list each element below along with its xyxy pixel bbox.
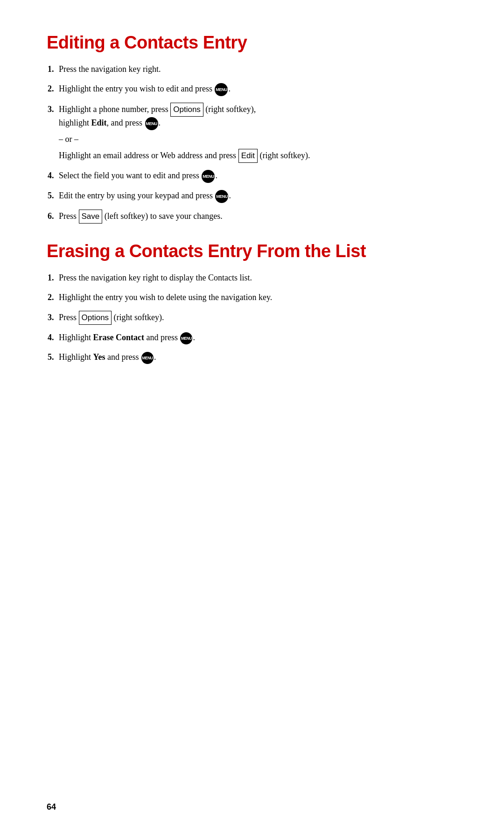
list-item: Highlight Yes and press MENUOK. xyxy=(56,351,457,364)
s2-step1-text: Press the navigation key right to displa… xyxy=(59,273,252,282)
section2-list: Press the navigation key right to displa… xyxy=(56,272,457,364)
step2-text-before: Highlight the entry you wish to edit and… xyxy=(59,84,212,93)
step5-text-before: Edit the entry by using your keypad and … xyxy=(59,191,213,200)
list-item: Press the navigation key right. xyxy=(56,63,457,76)
options-key-button: Options xyxy=(170,103,203,117)
step5-text-after: . xyxy=(229,191,231,200)
step3-bold-edit: Edit xyxy=(91,118,107,127)
list-item: Select the field you want to edit and pr… xyxy=(56,169,457,183)
s2-step4-bold: Erase Contact xyxy=(93,333,144,342)
section1-title: Editing a Contacts Entry xyxy=(47,33,457,53)
step3-line1-after: (right softkey), xyxy=(205,105,256,114)
step3-line1-before: Highlight a phone number, press xyxy=(59,105,168,114)
s2-step5-before: Highlight xyxy=(59,352,91,362)
list-item: Highlight the entry you wish to delete u… xyxy=(56,291,457,304)
list-item: Highlight the entry you wish to edit and… xyxy=(56,83,457,96)
step3-line3-after: (right softkey). xyxy=(259,151,310,160)
section2: Erasing a Contacts Entry From the List P… xyxy=(47,241,457,364)
list-item: Press Save (left softkey) to save your c… xyxy=(56,210,457,224)
s2-step3-after: (right softkey). xyxy=(114,313,164,322)
list-item: Highlight Erase Contact and press MENUOK… xyxy=(56,331,457,344)
s2-step4-after: . xyxy=(193,333,195,342)
step4-text-before: Select the field you want to edit and pr… xyxy=(59,171,199,180)
step6-text-after: (left softkey) to save your changes. xyxy=(105,211,223,221)
s2-step5-after: . xyxy=(154,352,156,362)
menu-ok-icon-4: MENUOK xyxy=(215,190,228,203)
menu-ok-icon-5: MENUOK xyxy=(180,332,192,344)
s2-step3-before: Press xyxy=(59,313,77,322)
section1-list: Press the navigation key right. Highligh… xyxy=(56,63,457,224)
list-item: Press Options (right softkey). xyxy=(56,311,457,325)
menu-ok-icon-2: MENUOK xyxy=(145,117,158,130)
or-separator: – or – xyxy=(59,133,457,146)
s2-step2-text: Highlight the entry you wish to delete u… xyxy=(59,293,272,302)
step3-line2-before: highlight xyxy=(59,118,91,127)
step3-line3-before: Highlight an email address or Web addres… xyxy=(59,151,236,160)
step1-text: Press the navigation key right. xyxy=(59,64,161,74)
list-item: Press the navigation key right to displa… xyxy=(56,272,457,285)
section2-title: Erasing a Contacts Entry From the List xyxy=(47,241,457,261)
step3-line2-middle: , and press xyxy=(107,118,145,127)
step2-text-after: . xyxy=(228,84,231,93)
step4-text-after: . xyxy=(215,171,217,180)
step3-line2-after: . xyxy=(159,118,161,127)
s2-step4-before: Highlight xyxy=(59,333,91,342)
s2-step5-middle: and press xyxy=(107,352,141,362)
s2-step5-bold: Yes xyxy=(93,352,105,362)
page-number: 64 xyxy=(47,802,56,812)
menu-ok-icon-3: MENUOK xyxy=(202,170,215,183)
list-item: Edit the entry by using your keypad and … xyxy=(56,189,457,203)
save-key-button: Save xyxy=(79,210,103,224)
step6-text-before: Press xyxy=(59,211,77,221)
edit-key-button: Edit xyxy=(238,149,258,163)
list-item: Highlight a phone number, press Options … xyxy=(56,103,457,163)
menu-ok-icon: MENUOK xyxy=(215,83,228,96)
menu-ok-icon-6: MENUOK xyxy=(141,352,154,364)
s2-step4-middle: and press xyxy=(147,333,180,342)
options-key-button-2: Options xyxy=(79,311,112,325)
